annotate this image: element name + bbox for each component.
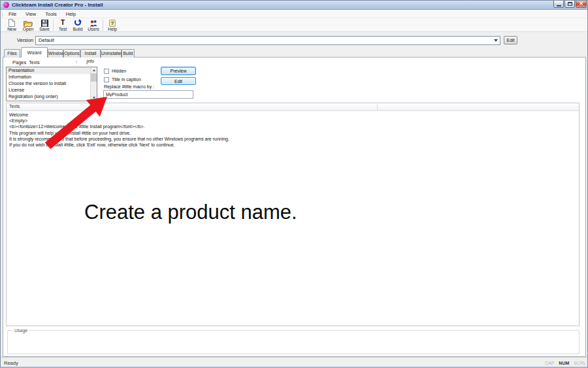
num-lock-indicator: NUM	[559, 361, 569, 365]
scrollbar-thumb[interactable]	[91, 73, 97, 82]
scroll-lock-indicator: SCRL	[574, 361, 586, 365]
minimize-icon	[557, 5, 561, 7]
menu-help[interactable]: Help	[61, 10, 80, 18]
maximize-button[interactable]	[564, 1, 575, 8]
app-icon	[3, 2, 9, 8]
texts-header-label: Texts	[9, 104, 20, 109]
pages-label: Pages	[12, 59, 26, 65]
toolbar-users-button[interactable]: Users	[84, 19, 103, 32]
toolbar-open-button[interactable]: Open	[19, 19, 37, 32]
toolbar: New Open Save T Test Build	[1, 18, 588, 32]
open-folder-icon	[19, 19, 37, 27]
status-bar: Ready CAP NUM SCRL	[1, 357, 588, 368]
annotation-arrow-icon	[39, 91, 112, 151]
hidden-checkbox[interactable]	[104, 69, 109, 74]
version-value: Default	[39, 37, 54, 43]
usage-groupbox: Usage	[7, 330, 580, 354]
replace-title-label: Replace #title macro by :	[104, 84, 154, 89]
chevron-down-icon	[494, 39, 498, 42]
usage-label: Usage	[13, 328, 29, 333]
app-window: Clickteam Install Creator Pro - Install …	[0, 0, 588, 368]
annotation-caption: Create a product name.	[84, 201, 297, 224]
tab-wizard-texts[interactable]: Wizard Texts	[21, 47, 48, 58]
list-item[interactable]: Choose the version to install	[7, 80, 97, 87]
column-divider[interactable]	[377, 104, 378, 110]
title-bar: Clickteam Install Creator Pro - Install …	[1, 1, 588, 10]
preview-button[interactable]: Preview	[161, 67, 196, 75]
maximize-icon	[568, 2, 572, 6]
toolbar-new-button[interactable]: New	[3, 19, 21, 32]
scroll-up-icon[interactable]	[91, 67, 97, 73]
menu-file[interactable]: File	[4, 10, 21, 18]
version-edit-button[interactable]: Edit	[504, 36, 517, 44]
replace-title-input[interactable]	[103, 90, 193, 99]
minimize-button[interactable]	[553, 1, 564, 8]
menu-tools[interactable]: Tools	[41, 10, 61, 18]
tab-build[interactable]: Build	[122, 49, 135, 58]
save-floppy-icon	[35, 19, 54, 27]
status-key-indicators: CAP NUM SCRL	[545, 361, 586, 365]
list-item[interactable]: Presentation	[7, 67, 97, 74]
close-button[interactable]: ✕	[576, 1, 587, 8]
edit-button[interactable]: Edit	[161, 77, 196, 85]
users-icon	[84, 19, 103, 27]
new-document-icon	[3, 19, 21, 27]
move-down-icon[interactable]: ↓	[83, 58, 91, 66]
list-item[interactable]: Information	[7, 74, 97, 80]
help-icon: ?	[103, 19, 122, 27]
title-in-caption-checkbox[interactable]	[104, 77, 109, 82]
hidden-label: Hidden	[112, 69, 126, 73]
version-dropdown[interactable]: Default	[35, 36, 500, 45]
version-label: Version :	[17, 37, 36, 43]
toolbar-save-button[interactable]: Save	[35, 19, 54, 32]
tab-window[interactable]: Window	[48, 49, 63, 58]
tab-uninstaller[interactable]: Uninstaller	[101, 49, 122, 58]
move-up-icon[interactable]: ↑	[73, 58, 80, 66]
tab-install-info[interactable]: Install info	[80, 49, 101, 58]
window-title: Clickteam Install Creator Pro - Install	[12, 2, 103, 8]
caps-lock-indicator: CAP	[545, 361, 554, 365]
close-icon: ✕	[579, 1, 583, 7]
tab-files[interactable]: Files	[4, 49, 20, 58]
status-text: Ready	[4, 360, 18, 366]
tab-options[interactable]: Options	[63, 49, 80, 58]
toolbar-help-button[interactable]: ? Help	[103, 19, 122, 32]
title-in-caption-label: Title in caption	[112, 77, 141, 82]
menu-bar: File View Tools Help	[1, 10, 588, 18]
menu-view[interactable]: View	[21, 10, 41, 18]
